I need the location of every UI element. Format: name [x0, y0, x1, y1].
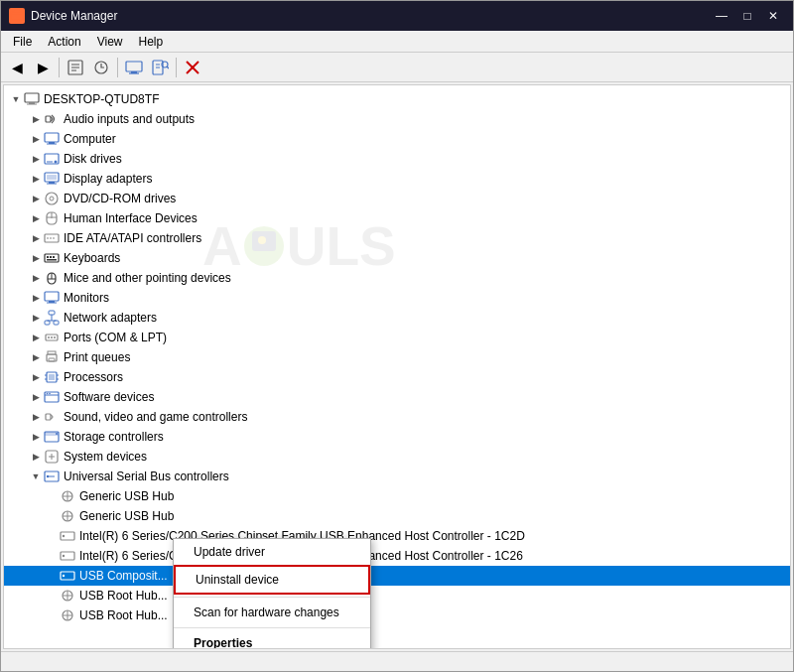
properties-button[interactable]	[64, 56, 87, 79]
tree-item-disk[interactable]: ▶ Disk drives	[4, 149, 790, 169]
tree-item-dvd[interactable]: ▶ DVD/CD-ROM drives	[4, 189, 790, 208]
software-expand-icon[interactable]: ▶	[28, 389, 44, 405]
tree-item-mice[interactable]: ▶ Mice and other pointing devices	[4, 268, 790, 288]
back-button[interactable]: ◀	[5, 56, 29, 79]
forward-button[interactable]: ▶	[31, 56, 55, 79]
ide-expand-icon[interactable]: ▶	[28, 230, 44, 246]
tree-item-usb-root1[interactable]: ▶ USB Root Hub...	[4, 586, 790, 605]
menu-bar: File Action View Help	[1, 31, 793, 53]
context-uninstall-device[interactable]: Uninstall device	[174, 565, 370, 595]
root-expand-icon[interactable]: ▼	[8, 91, 24, 107]
remove-button[interactable]	[181, 56, 204, 79]
tree-item-keyboards[interactable]: ▶ Keyboards	[4, 248, 790, 268]
tree-item-usb-composite[interactable]: ▶ USB Composit...	[4, 566, 790, 586]
computer-icon2	[44, 131, 60, 147]
context-properties[interactable]: Properties	[174, 630, 370, 649]
usb-expand-icon[interactable]: ▼	[28, 469, 44, 484]
software-label: Software devices	[64, 390, 154, 404]
audio-expand-icon[interactable]: ▶	[28, 111, 44, 127]
menu-action[interactable]: Action	[40, 33, 88, 51]
tree-item-usb-root2[interactable]: ▶ USB Root Hub...	[4, 605, 790, 625]
audio-icon	[44, 111, 60, 127]
minimize-button[interactable]: —	[710, 7, 733, 25]
context-update-driver[interactable]: Update driver	[174, 539, 370, 565]
svg-rect-31	[47, 175, 57, 180]
tree-item-storage[interactable]: ▶ Storage controllers	[4, 427, 790, 447]
svg-rect-53	[45, 321, 50, 325]
dvd-expand-icon[interactable]: ▶	[28, 191, 44, 206]
usb-composite-label: USB Composit...	[79, 569, 168, 583]
title-bar-left: Device Manager	[9, 8, 117, 24]
display-label: Display adapters	[64, 172, 152, 186]
tree-item-display[interactable]: ▶ Display adapters	[4, 169, 790, 189]
hid-expand-icon[interactable]: ▶	[28, 210, 44, 226]
storage-expand-icon[interactable]: ▶	[28, 429, 44, 445]
app-icon	[9, 8, 25, 24]
monitors-expand-icon[interactable]: ▶	[28, 290, 44, 306]
print-expand-icon[interactable]: ▶	[28, 349, 44, 365]
tree-item-software[interactable]: ▶ Software devices	[4, 387, 790, 407]
tree-item-computer[interactable]: ▶ Computer	[4, 129, 790, 149]
audio-label: Audio inputs and outputs	[64, 112, 195, 126]
system-expand-icon[interactable]: ▶	[28, 449, 44, 465]
context-menu: Update driver Uninstall device Scan for …	[173, 538, 371, 649]
monitors-label: Monitors	[64, 291, 109, 305]
title-bar: Device Manager — □ ✕	[1, 1, 793, 31]
tree-item-sound[interactable]: ▶ Sound, video and game controllers	[4, 407, 790, 427]
tree-item-print[interactable]: ▶ Print queues	[4, 347, 790, 367]
dvd-icon	[44, 191, 60, 206]
monitor-icon	[44, 290, 60, 306]
tree-root[interactable]: ▼ DESKTOP-QTUD8TF	[4, 89, 790, 109]
usb-hub1-label: Generic USB Hub	[79, 489, 174, 503]
disk-expand-icon[interactable]: ▶	[28, 151, 44, 167]
show-button[interactable]	[122, 56, 146, 79]
tree-item-monitors[interactable]: ▶ Monitors	[4, 288, 790, 308]
usb-root1-icon	[60, 588, 75, 604]
svg-rect-49	[45, 292, 59, 301]
tree-item-usb-hub1[interactable]: ▶ Generic USB Hub	[4, 486, 790, 506]
menu-file[interactable]: File	[5, 33, 40, 51]
tree-item-hid[interactable]: ▶ Human Interface Devices	[4, 208, 790, 228]
tree-item-system[interactable]: ▶ System devices	[4, 447, 790, 467]
keyboard-icon	[44, 250, 60, 266]
sound-expand-icon[interactable]: ▶	[28, 409, 44, 425]
ports-icon	[44, 330, 60, 345]
tree-item-usb[interactable]: ▼ Universal Serial Bus controllers	[4, 467, 790, 486]
print-icon	[44, 349, 60, 365]
svg-rect-65	[49, 374, 55, 380]
keyboards-label: Keyboards	[64, 251, 120, 265]
usb-icon	[44, 469, 60, 484]
ports-expand-icon[interactable]: ▶	[28, 330, 44, 345]
maximize-button[interactable]: □	[735, 7, 759, 25]
svg-rect-52	[49, 311, 55, 315]
tree-item-ports[interactable]: ▶ Ports (COM & LPT)	[4, 328, 790, 347]
processors-expand-icon[interactable]: ▶	[28, 369, 44, 385]
computer-expand-icon[interactable]: ▶	[28, 131, 44, 147]
device-manager-window: Device Manager — □ ✕ File Action View He…	[0, 0, 794, 672]
update-button[interactable]	[89, 56, 113, 79]
menu-help[interactable]: Help	[131, 33, 172, 51]
tree-item-usb-hub2[interactable]: ▶ Generic USB Hub	[4, 506, 790, 526]
hid-label: Human Interface Devices	[64, 211, 198, 225]
tree-item-ide[interactable]: ▶ IDE ATA/ATAPI controllers	[4, 228, 790, 248]
tree-item-audio[interactable]: ▶ Audio inputs and outputs	[4, 109, 790, 129]
network-expand-icon[interactable]: ▶	[28, 310, 44, 326]
close-button[interactable]: ✕	[761, 7, 785, 25]
svg-point-33	[50, 197, 54, 201]
network-icon	[44, 310, 60, 326]
tree-item-intel-usb2[interactable]: ▶ Intel(R) 6 Series/C200 Series Chipset …	[4, 546, 790, 566]
tree-item-network[interactable]: ▶ Network adapters	[4, 308, 790, 328]
scan-button[interactable]	[148, 56, 172, 79]
svg-line-15	[167, 67, 169, 68]
keyboards-expand-icon[interactable]: ▶	[28, 250, 44, 266]
tree-item-processors[interactable]: ▶ Processors	[4, 367, 790, 387]
mice-expand-icon[interactable]: ▶	[28, 270, 44, 286]
context-scan-hardware[interactable]: Scan for hardware changes	[174, 600, 370, 625]
tree-item-intel-usb1[interactable]: ▶ Intel(R) 6 Series/C200 Series Chipset …	[4, 526, 790, 546]
display-expand-icon[interactable]: ▶	[28, 171, 44, 187]
svg-point-77	[56, 433, 58, 435]
usb-root2-label: USB Root Hub...	[79, 608, 168, 622]
menu-view[interactable]: View	[89, 33, 131, 51]
svg-rect-22	[45, 133, 59, 142]
intel-usb2-icon	[60, 548, 75, 564]
